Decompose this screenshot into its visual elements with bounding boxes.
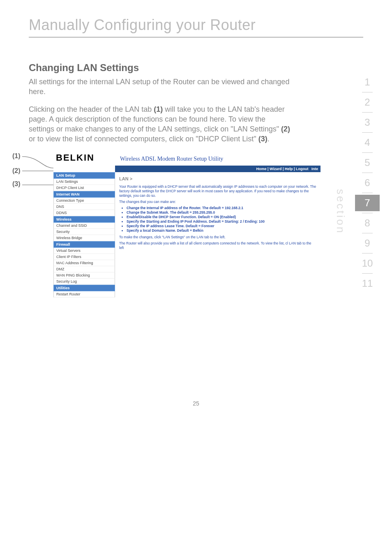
side-cat-lan-setup[interactable]: LAN Setup [53, 172, 115, 179]
topbar-home[interactable]: Home [256, 167, 266, 171]
side-item-connection-type[interactable]: Connection Type [53, 198, 115, 204]
ss-topbar: Home | Wizard | Help | Logout Inte [115, 166, 321, 172]
main-line-1: To make the changes, click "LAN Settings… [119, 235, 316, 240]
nav-2: 2 [355, 94, 380, 111]
page-number: 25 [29, 400, 363, 407]
side-item-security[interactable]: Security [53, 229, 115, 235]
nav-1: 1 [355, 74, 380, 90]
paragraph-2: Clicking on the header of the LAN tab (1… [29, 104, 292, 144]
side-item-mac-filtering[interactable]: MAC Address Filtering [53, 260, 115, 266]
main-intro-2: The changes that you can make are: [119, 200, 316, 204]
ref-3: (3) [258, 135, 267, 143]
ss-body: LAN Setup LAN Settings DHCP Client List … [53, 172, 321, 297]
bullet-5: Specify the IP address Lease Time. Defau… [127, 224, 316, 228]
main-line-2: The Router will also provide you with a … [119, 241, 316, 250]
p2-part-d: . [267, 135, 270, 143]
side-item-security-log[interactable]: Security Log [53, 279, 115, 285]
ref-2: (2) [281, 125, 290, 133]
ss-sidebar: LAN Setup LAN Settings DHCP Client List … [53, 172, 115, 297]
side-item-wan-ping-blocking[interactable]: WAN PING Blocking [53, 272, 115, 279]
bullet-2: Change the Subnet Mask. The default = 25… [127, 210, 316, 214]
side-cat-internet-wan[interactable]: Internet WAN [53, 191, 115, 198]
page: Manually Configuring your Router 1 2 3 4… [0, 0, 392, 423]
bullet-3: Enable/Disable the DHCP Server Function.… [127, 215, 316, 219]
breadcrumb: LAN > [119, 176, 316, 181]
chapter-underline [29, 37, 363, 37]
paragraph-1: All settings for the internal LAN setup … [29, 77, 292, 97]
p2-part-a: Clicking on the header of the LAN tab [29, 105, 154, 113]
screenshot-wrap: (1) (2) (3) BELKIN Wireless ADSL Modem R… [29, 152, 363, 297]
bullet-6: Specify a local Domain Name. Default = B… [127, 228, 316, 233]
bullet-1: Change the Internal IP address of the Ro… [127, 206, 316, 210]
topbar-internet: Inte [311, 167, 318, 171]
ss-tagline: Wireless ADSL Modem Router Setup Utility [120, 156, 321, 166]
side-item-virtual-servers[interactable]: Virtual Servers [53, 248, 115, 254]
topbar-help[interactable]: Help [285, 167, 293, 171]
side-cat-utilities[interactable]: Utilities [53, 285, 115, 291]
topbar-logout[interactable]: Logout [296, 167, 309, 171]
bullet-4: Specify the Starting and Ending IP Pool … [127, 219, 316, 224]
nav-4: 4 [355, 134, 380, 151]
side-item-ddns[interactable]: DDNS [53, 210, 115, 216]
side-cat-firewall[interactable]: Firewall [53, 241, 115, 248]
main-bullet-list: Change the Internal IP address of the Ro… [127, 206, 316, 233]
ss-main: LAN > Your Router is equipped with a DHC… [115, 172, 321, 254]
topbar-wizard[interactable]: Wizard [270, 167, 281, 171]
belkin-logo: BELKIN [53, 152, 120, 166]
side-item-lan-settings[interactable]: LAN Settings [53, 179, 115, 185]
side-cat-wireless[interactable]: Wireless [53, 216, 115, 223]
side-item-dhcp-client-list[interactable]: DHCP Client List [53, 185, 115, 191]
chapter-title: Manually Configuring your Router [29, 16, 363, 34]
ref-1: (1) [154, 105, 163, 113]
callout-1: (1) [12, 152, 21, 160]
callout-3: (3) [12, 180, 21, 188]
side-item-dns[interactable]: DNS [53, 204, 115, 210]
ss-header: BELKIN Wireless ADSL Modem Router Setup … [53, 152, 321, 166]
callout-2: (2) [12, 167, 21, 175]
side-item-channel-ssid[interactable]: Channel and SSID [53, 223, 115, 229]
nav-3: 3 [355, 114, 380, 131]
side-item-restart-router[interactable]: Restart Router [53, 291, 115, 297]
side-item-wireless-bridge[interactable]: Wireless Bridge [53, 235, 115, 241]
section-heading: Changing LAN Settings [29, 62, 363, 74]
main-intro-1: Your Router is equipped with a DHCP serv… [119, 184, 316, 198]
side-item-client-ip-filters[interactable]: Client IP Filters [53, 254, 115, 260]
p2-part-c: or to view the list of connected compute… [29, 135, 258, 143]
side-item-dmz[interactable]: DMZ [53, 266, 115, 272]
screenshot: BELKIN Wireless ADSL Modem Router Setup … [53, 152, 321, 297]
